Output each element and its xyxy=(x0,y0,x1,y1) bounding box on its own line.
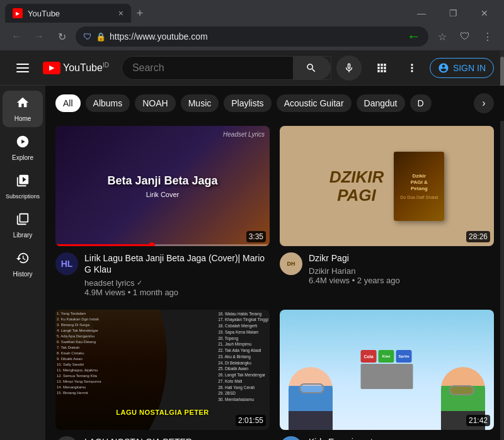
url-text: https://www.youtube.com xyxy=(110,31,398,42)
sign-in-button[interactable]: SIGN IN xyxy=(430,58,494,78)
address-bar: ← → ↻ 🛡 🔒 https://www.youtube.com ← ☆ 🛡 … xyxy=(0,23,504,50)
video-card-1[interactable]: Headset Lyrics Beta Janji Beta Jaga Liri… xyxy=(55,126,270,300)
channel-name-1: headset lyrics ✓ xyxy=(84,278,270,288)
video-thumbnail-3: 16. Walau Habis Terang 17. Khayalan Ting… xyxy=(55,310,270,430)
new-tab-button[interactable]: + xyxy=(131,4,149,22)
youtube-logo[interactable]: YouTubeID xyxy=(43,62,109,74)
active-tab[interactable]: YouTube × xyxy=(5,4,131,23)
channel-avatar-1: HL xyxy=(55,252,78,275)
browser-menu-button[interactable]: ⋮ xyxy=(479,28,496,45)
header-actions: SIGN IN xyxy=(369,55,494,81)
progress-dot-1 xyxy=(149,242,155,247)
video-progress-bar-1 xyxy=(55,244,270,246)
url-box[interactable]: 🛡 🔒 https://www.youtube.com ← xyxy=(76,26,428,47)
sidebar-item-library[interactable]: Library xyxy=(3,207,43,244)
maximize-button[interactable]: ❐ xyxy=(438,4,467,23)
video-details-1: Lirik Lagu Beta Janji Beta Jaga (Cover)|… xyxy=(84,252,270,296)
dzikir-book-title: DzikirPAGI &Petang xyxy=(411,173,428,193)
reload-button[interactable]: ↻ xyxy=(53,28,71,45)
shield-icon: 🛡 xyxy=(83,31,92,42)
sidebar-item-subscriptions[interactable]: Subscriptions xyxy=(3,169,43,205)
video-details-2: Dzikr Pagi Dzikir Harian 6.4M views • 2 … xyxy=(309,252,494,285)
headset-label: Headset Lyrics xyxy=(223,131,265,138)
nostalgia-title-text: LAGU NOSTALGIA PETER xyxy=(55,409,270,416)
video-title-2: Dzikr Pagi xyxy=(309,252,494,264)
sidebar-item-history[interactable]: History xyxy=(3,246,43,283)
filter-chip-all[interactable]: All xyxy=(55,94,81,112)
search-input[interactable] xyxy=(122,57,293,79)
dzikir-book: DzikirPAGI &Petang Do Doa Daff Shalat xyxy=(394,152,444,221)
video-meta-1: 4.9M views • 1 month ago xyxy=(84,288,270,297)
svg-rect-2 xyxy=(16,71,29,72)
filter-chip-d[interactable]: D xyxy=(410,94,432,112)
sidebar-history-label: History xyxy=(13,271,32,278)
filter-chip-music[interactable]: Music xyxy=(181,94,219,112)
video-details-4: Kids Experiment Kids Channel xyxy=(309,436,494,440)
apps-button[interactable] xyxy=(369,55,394,81)
video-card-2[interactable]: DZIKIRPAGI DzikirPAGI &Petang Do Doa Daf… xyxy=(280,126,494,300)
filter-chip-albums[interactable]: Albums xyxy=(86,94,130,112)
nostalgia-tracklist: 16. Walau Habis Terang 17. Khayalan Ting… xyxy=(218,311,268,403)
nostalgia-thumb-container: 16. Walau Habis Terang 17. Khayalan Ting… xyxy=(55,310,270,430)
youtube-app: YouTubeID SIGN IN xyxy=(0,50,504,440)
filter-chip-noah[interactable]: NOAH xyxy=(135,94,175,112)
video-info-1: HL Lirik Lagu Beta Janji Beta Jaga (Cove… xyxy=(55,246,270,299)
history-icon xyxy=(16,251,30,268)
extensions-button[interactable]: 🛡 xyxy=(456,28,474,45)
sidebar-home-label: Home xyxy=(14,115,32,122)
tab-favicon xyxy=(13,8,23,18)
back-button[interactable]: ← xyxy=(8,28,25,45)
channel-avatar-2: DH xyxy=(280,252,302,275)
experiment-box: Cola Kiwi Sprite xyxy=(361,350,413,389)
bookmark-button[interactable]: ☆ xyxy=(433,28,451,45)
hamburger-menu-button[interactable] xyxy=(10,55,35,81)
duration-badge-1: 3:35 xyxy=(246,231,266,242)
home-icon xyxy=(16,96,30,113)
video-grid: Headset Lyrics Beta Janji Beta Jaga Liri… xyxy=(45,121,504,440)
video-card-4[interactable]: Cola Kiwi Sprite xyxy=(280,310,494,440)
forward-button[interactable]: → xyxy=(30,28,48,45)
filter-chip-dangdut[interactable]: Dangdut xyxy=(357,94,405,112)
youtube-sidebar: Home Explore Subscriptions Library xyxy=(0,86,45,440)
verified-icon-1: ✓ xyxy=(137,279,142,287)
thumb-title-text-1: Beta Janji Beta Jaga xyxy=(107,174,217,188)
kid-left xyxy=(289,367,333,430)
dzikir-text-area: DZIKIRPAGI xyxy=(329,168,384,204)
duration-badge-2: 28:26 xyxy=(466,231,490,242)
tab-title: YouTube xyxy=(28,9,60,18)
lock-icon: 🔒 xyxy=(96,32,106,42)
tab-bar: YouTube × + — ❐ ✕ xyxy=(0,0,504,23)
nostalgia-tracklist-left: 1. Yang Terdalam 2. Ku Katakan Dgn Indah… xyxy=(57,311,101,396)
dzikir-title-text: DZIKIRPAGI xyxy=(329,168,384,204)
youtube-content: All Albums NOAH Music Playlists Acoustic… xyxy=(45,86,504,440)
video-card-3[interactable]: 16. Walau Habis Terang 17. Khayalan Ting… xyxy=(55,310,270,440)
video-title-3: LAGU NOSTALGIA PETER... xyxy=(84,436,270,440)
close-button[interactable]: ✕ xyxy=(470,4,499,23)
video-thumbnail-1: Headset Lyrics Beta Janji Beta Jaga Liri… xyxy=(55,126,270,246)
filter-chip-acoustic[interactable]: Acoustic Guitar xyxy=(277,94,352,112)
sidebar-subscriptions-label: Subscriptions xyxy=(6,193,40,200)
filter-next-button[interactable]: › xyxy=(474,93,494,113)
mic-button[interactable] xyxy=(336,55,362,81)
library-icon xyxy=(16,212,30,229)
svg-rect-1 xyxy=(16,67,29,69)
duration-badge-3: 2:01:55 xyxy=(236,415,266,426)
kids-scene: Cola Kiwi Sprite xyxy=(280,310,494,430)
search-container xyxy=(122,55,362,81)
cup-right xyxy=(449,385,474,395)
browser-chrome: YouTube × + — ❐ ✕ ← → ↻ 🛡 🔒 https://www.… xyxy=(0,0,504,50)
more-options-button[interactable] xyxy=(399,55,425,81)
video-title-4: Kids Experiment xyxy=(309,436,494,440)
sidebar-item-explore[interactable]: Explore xyxy=(3,130,43,166)
svg-rect-0 xyxy=(16,64,29,65)
search-button[interactable] xyxy=(293,57,331,79)
explore-icon xyxy=(16,135,30,152)
sidebar-item-home[interactable]: Home xyxy=(3,91,43,127)
filter-chip-playlists[interactable]: Playlists xyxy=(224,94,271,112)
video-title-1: Lirik Lagu Beta Janji Beta Jaga (Cover)|… xyxy=(84,252,270,275)
minimize-button[interactable]: — xyxy=(407,4,436,23)
dzikir-book-subtitle: Do Doa Daff Shalat xyxy=(400,195,438,200)
channel-name-2: Dzikir Harian xyxy=(309,266,494,276)
thumb-sub-text-1: Lirik Cover xyxy=(146,191,180,198)
tab-close-button[interactable]: × xyxy=(118,8,123,18)
